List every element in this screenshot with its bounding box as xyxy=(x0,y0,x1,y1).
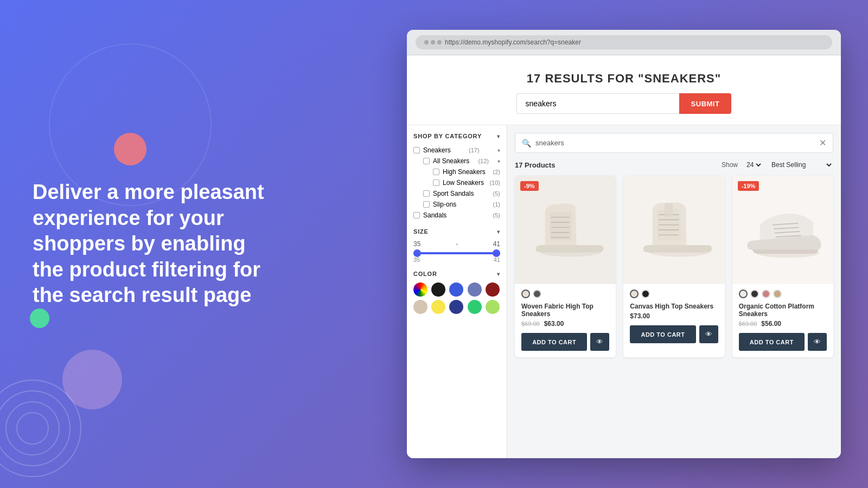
product-info-1: Woven Fabric High Top Sneakers $69.00 $6… xyxy=(515,284,616,357)
product-image-3 xyxy=(742,195,824,265)
color-dots-row-3 xyxy=(739,290,827,298)
category-low-sneakers[interactable]: Low Sneakers (10) xyxy=(413,177,500,188)
color-dot-3-3[interactable] xyxy=(762,290,770,298)
decor-rings xyxy=(0,380,81,477)
color-dot-3-2[interactable] xyxy=(750,290,759,298)
size-label-min: 35 xyxy=(413,256,420,263)
add-to-cart-button-1[interactable]: ADD TO CART xyxy=(521,333,587,351)
sneakers-expand-icon[interactable]: ▾ xyxy=(497,147,500,153)
category-chevron-icon: ▾ xyxy=(497,133,500,139)
discount-badge-1: -9% xyxy=(520,181,539,191)
main-search-input[interactable] xyxy=(516,93,679,114)
submit-button[interactable]: SUBMIT xyxy=(679,93,732,114)
product-card-1: -9% xyxy=(515,176,616,357)
color-dot-2-1[interactable] xyxy=(630,290,639,298)
decor-circle-pink xyxy=(114,133,146,165)
category-sneakers[interactable]: Sneakers (17) ▾ xyxy=(413,145,500,156)
category-sport-sandals[interactable]: Sport Sandals (5) xyxy=(413,188,500,199)
product-info-3: Organic Cotton Platform Sneakers $69.00 … xyxy=(732,284,833,357)
color-swatch-navy[interactable] xyxy=(468,282,482,297)
color-swatch-dark-red[interactable] xyxy=(486,282,500,297)
sport-sandals-checkbox[interactable] xyxy=(423,190,430,197)
color-dot-2-2[interactable] xyxy=(641,290,650,298)
color-dot-1-2[interactable] xyxy=(533,290,541,298)
color-dots-row-2 xyxy=(630,290,718,298)
color-dot-3-4[interactable] xyxy=(773,290,782,298)
size-range-row: 35 - 41 xyxy=(413,240,500,248)
browser-window: https://demo.myshopify.com/search?q=snea… xyxy=(407,30,841,458)
price-old-1: $69.00 xyxy=(521,320,540,327)
add-to-cart-button-2[interactable]: ADD TO CART xyxy=(630,325,695,343)
product-search-input[interactable] xyxy=(535,139,815,147)
slip-ons-checkbox[interactable] xyxy=(423,201,430,208)
color-swatch-dark-blue[interactable] xyxy=(449,300,463,314)
size-section-header[interactable]: SIZE ▾ xyxy=(413,228,500,235)
show-select[interactable]: 24 48 96 xyxy=(744,160,763,169)
size-slider-thumb-left[interactable] xyxy=(413,249,421,257)
quick-view-button-3[interactable]: 👁 xyxy=(808,333,827,351)
clear-search-icon[interactable]: ✕ xyxy=(819,138,826,148)
color-grid xyxy=(413,282,500,314)
category-slip-ons[interactable]: Slip-ons (1) xyxy=(413,199,500,210)
product-name-3: Organic Cotton Platform Sneakers xyxy=(739,303,827,318)
quick-view-button-2[interactable]: 👁 xyxy=(699,325,718,343)
low-sneakers-checkbox[interactable] xyxy=(433,179,439,186)
price-row-3: $69.00 $56.00 xyxy=(739,320,827,328)
decor-circle-green xyxy=(30,309,49,328)
sandals-count: (5) xyxy=(493,212,500,219)
price-row-1: $69.00 $63.00 xyxy=(521,320,609,328)
products-grid: -9% xyxy=(515,176,833,357)
sport-sandals-label: Sport Sandals xyxy=(433,190,474,197)
ring-4 xyxy=(0,380,81,477)
category-all-sneakers[interactable]: All Sneakers (12) ▾ xyxy=(413,156,500,166)
category-section-header[interactable]: SHOP BY CATEGORY ▾ xyxy=(413,133,500,139)
color-swatch-blue[interactable] xyxy=(449,282,463,297)
url-dot-3 xyxy=(437,40,442,44)
high-sneakers-checkbox[interactable] xyxy=(433,169,439,175)
high-sneakers-left: High Sneakers xyxy=(433,168,486,176)
high-sneakers-label: High Sneakers xyxy=(443,168,486,176)
color-swatch-beige[interactable] xyxy=(413,300,427,314)
color-dot-1-1[interactable] xyxy=(521,290,530,298)
sneakers-label: Sneakers xyxy=(423,146,451,154)
size-min-value: 35 xyxy=(413,240,420,248)
price-new-1: $63.00 xyxy=(544,320,564,328)
color-swatch-lime[interactable] xyxy=(486,300,500,314)
sneakers-checkbox[interactable] xyxy=(413,147,420,153)
size-label-max: 41 xyxy=(494,256,500,263)
color-dots-row-1 xyxy=(521,290,609,298)
size-slider-fill xyxy=(413,252,500,254)
slip-ons-left: Slip-ons xyxy=(423,201,456,208)
svg-rect-2 xyxy=(550,212,571,240)
color-section-label: COLOR xyxy=(413,271,437,277)
color-swatch-green[interactable] xyxy=(468,300,482,314)
category-sandals[interactable]: Sandals (5) xyxy=(413,210,500,221)
url-dot-2 xyxy=(431,40,435,44)
size-slider-track[interactable] xyxy=(413,252,500,254)
price-new-2: $73.00 xyxy=(630,312,650,320)
color-section-header[interactable]: COLOR ▾ xyxy=(413,271,500,277)
url-text: https://demo.myshopify.com/search?q=snea… xyxy=(445,38,581,46)
category-high-sneakers[interactable]: High Sneakers (2) xyxy=(413,166,500,177)
color-dot-3-1[interactable] xyxy=(739,290,748,298)
all-sneakers-checkbox[interactable] xyxy=(423,158,430,164)
sandals-checkbox[interactable] xyxy=(413,212,420,219)
all-sneakers-expand-icon[interactable]: ▾ xyxy=(497,158,500,164)
size-dash: - xyxy=(456,240,458,248)
category-sneakers-left: Sneakers xyxy=(413,146,451,154)
product-name-1: Woven Fabric High Top Sneakers xyxy=(521,303,609,318)
sandals-left: Sandals xyxy=(413,211,446,219)
color-swatch-yellow[interactable] xyxy=(431,300,445,314)
sort-select[interactable]: Best Selling Price: Low to High Price: H… xyxy=(769,160,833,169)
product-image-container-3: -19% xyxy=(732,176,833,284)
main-content: SHOP BY CATEGORY ▾ Sneakers (17) ▾ All S… xyxy=(407,125,841,458)
product-search-icon: 🔍 xyxy=(522,139,531,147)
product-image-container-1: -9% xyxy=(515,176,616,284)
size-chevron-icon: ▾ xyxy=(497,229,500,235)
color-swatch-black[interactable] xyxy=(431,282,445,297)
color-swatch-multicolor[interactable] xyxy=(413,282,427,297)
size-slider-thumb-right[interactable] xyxy=(493,249,500,257)
add-to-cart-button-3[interactable]: ADD TO CART xyxy=(739,333,805,351)
slip-ons-label: Slip-ons xyxy=(433,201,456,208)
quick-view-button-1[interactable]: 👁 xyxy=(590,333,609,351)
